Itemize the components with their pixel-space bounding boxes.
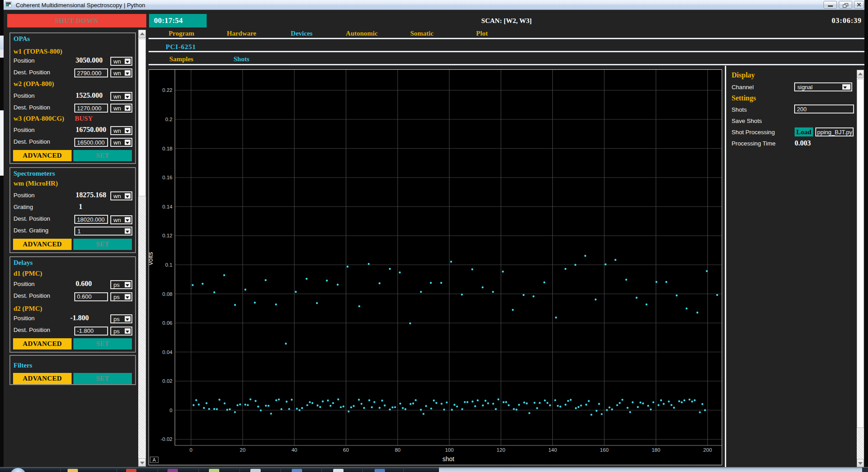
svg-text:0.12: 0.12 bbox=[163, 233, 172, 238]
svg-text:0: 0 bbox=[190, 447, 192, 453]
svg-text:180: 180 bbox=[651, 447, 660, 453]
svg-text:0.06: 0.06 bbox=[163, 320, 172, 326]
svg-text:0.1: 0.1 bbox=[165, 262, 172, 268]
svg-text:shot: shot bbox=[443, 455, 455, 463]
svg-text:0.02: 0.02 bbox=[163, 378, 172, 384]
svg-text:volts: volts bbox=[149, 252, 154, 265]
svg-text:0.04: 0.04 bbox=[163, 349, 173, 355]
svg-text:0.14: 0.14 bbox=[163, 204, 173, 209]
svg-text:60: 60 bbox=[343, 447, 349, 453]
svg-text:0: 0 bbox=[170, 408, 172, 413]
svg-text:80: 80 bbox=[395, 447, 401, 453]
svg-text:0.18: 0.18 bbox=[163, 146, 172, 151]
svg-text:0.08: 0.08 bbox=[163, 291, 172, 297]
svg-text:20: 20 bbox=[240, 447, 246, 453]
svg-text:160: 160 bbox=[600, 447, 609, 453]
svg-text:200: 200 bbox=[703, 447, 712, 453]
svg-text:100: 100 bbox=[445, 447, 453, 453]
svg-text:40: 40 bbox=[291, 447, 297, 453]
svg-text:-0.02: -0.02 bbox=[161, 436, 172, 442]
svg-text:140: 140 bbox=[548, 447, 557, 453]
svg-text:0.2: 0.2 bbox=[165, 117, 172, 122]
svg-text:0.22: 0.22 bbox=[163, 87, 172, 93]
svg-text:0.16: 0.16 bbox=[163, 175, 172, 180]
svg-text:120: 120 bbox=[497, 447, 505, 453]
